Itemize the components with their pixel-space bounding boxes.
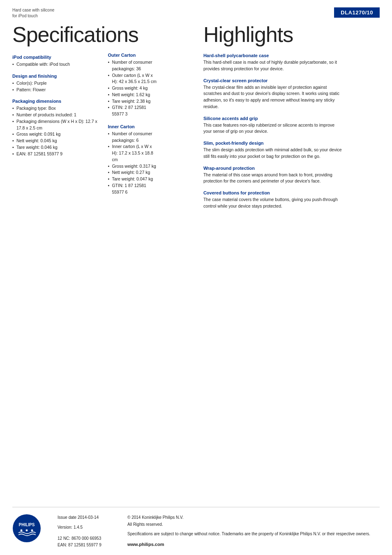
highlight-silicone: Silicone accents add grip This case feat… [203,116,343,135]
highlight-text-buttons: The case material covers the volume butt… [203,197,343,210]
ean-value: EAN: 87 12581 55977 9 [58,542,115,548]
outer-carton-section: Outer Carton Number of consumer packagin… [108,53,157,118]
list-item: Tare weight: 0.046 kg [12,144,99,151]
highlights-col: Highlights Hard-shell polycarbonate case… [203,19,343,357]
header: Hard case with silicone for iPod touch D… [0,0,392,19]
rights-text: All Rights reserved. [127,521,380,528]
ipod-compatibility-section: iPod compatibility Compatible with: iPod… [12,55,99,68]
packaging-dimensions-title: Packaging dimensions [12,99,99,104]
list-item: Nett weight: 1.62 kg [108,92,157,98]
footer-issue-date: Issue date 2014-03-14 [58,514,115,521]
list-item: Gross weight: 4 kg [108,85,157,92]
highlight-screen: Crystal-clear screen protector The cryst… [203,78,343,110]
specs-title: Specifications [12,23,99,46]
product-line1: Hard case with silicone [12,7,54,13]
inner-carton-section: Inner Carton Number of consumer packagin… [108,124,157,196]
highlight-wrap: Wrap-around protection The material of t… [203,166,343,185]
highlight-title-slim: Slim, pocket-friendly design [203,141,343,146]
packaging-dimensions-section: Packaging dimensions Packaging type: Box… [12,99,99,157]
footer-right: © 2014 Koninklijke Philips N.V. All Righ… [127,514,380,548]
product-line2: for iPod touch [12,13,54,19]
version-value: 1.4.5 [74,525,83,530]
svg-point-2 [21,530,23,532]
highlight-title-silicone: Silicone accents add grip [203,116,343,121]
highlight-text-hardshell: This hard-shell case is made out of high… [203,59,343,72]
highlight-title-wrap: Wrap-around protection [203,166,343,171]
highlight-hardshell: Hard-shell polycarbonate case This hard-… [203,53,343,72]
highlight-title-buttons: Covered buttons for protection [203,190,343,195]
list-item: Number of products included: 1 [12,112,99,118]
inner-carton-title: Inner Carton [108,124,157,129]
list-item: Packaging type: Box [12,105,99,112]
specs-left: Specifications iPod compatibility Compat… [12,19,108,357]
footer-version: Version: 1.4.5 [58,524,115,531]
list-item: GTIN: 1 87 12581 55977 6 [108,183,157,196]
outer-carton-list: Number of consumer packagings: 36 Outer … [108,59,157,118]
spacer [0,357,392,499]
highlight-slim: Slim, pocket-friendly design The slim de… [203,141,343,160]
design-list: Color(s): Purple Pattern: Flower [12,80,99,93]
list-item: Nett weight: 0.27 kg [108,169,157,176]
highlight-title-screen: Crystal-clear screen protector [203,78,343,83]
list-item: Number of consumer packagings: 6 [108,131,157,144]
svg-point-0 [13,514,41,542]
list-item: Gross weight: 0.091 kg [12,131,99,138]
packaging-dimensions-list: Packaging type: Box Number of products i… [12,105,99,157]
footer-info: Issue date 2014-03-14 Version: 1.4.5 12 … [58,514,380,548]
version-label: Version: [58,525,72,530]
design-title: Design and finishing [12,74,99,79]
list-item: Compatible with: iPod touch [12,61,99,68]
highlight-text-silicone: This case features non-slip rubberized o… [203,122,343,135]
svg-point-3 [26,530,28,532]
notice-text: Specifications are subject to change wit… [127,530,380,537]
list-item: Outer carton (L x W x H): 42 x 36.5 x 21… [108,72,157,86]
philips-logo-svg: PHILIPS [12,514,41,543]
ipod-compatibility-title: iPod compatibility [12,55,99,60]
ipod-compatibility-list: Compatible with: iPod touch [12,61,99,68]
specs-area: Specifications iPod compatibility Compat… [12,19,203,357]
footer: PHILIPS Issue date 2014-03-14 [12,507,380,555]
list-item: Nett weight: 0.045 kg [12,138,99,144]
highlight-text-screen: The crystal-clear film adds an invisible… [203,84,343,110]
list-item: Inner carton (L x W x H): 17.2 x 13.5 x … [108,143,157,163]
main-content: Specifications iPod compatibility Compat… [0,19,392,357]
issue-date-label: Issue date [58,515,76,520]
list-item: Gross weight: 0.317 kg [108,163,157,170]
svg-text:PHILIPS: PHILIPS [19,523,35,527]
philips-logo-container: PHILIPS [12,514,45,543]
list-item: Color(s): Purple [12,80,99,87]
carton-col: Outer Carton Number of consumer packagin… [108,19,161,357]
list-item: Pattern: Flower [12,87,99,93]
footer-left: Issue date 2014-03-14 Version: 1.4.5 12 … [58,514,115,548]
highlight-text-slim: The slim design adds protection with min… [203,147,343,160]
list-item: Number of consumer packagings: 36 [108,59,157,72]
svg-point-4 [31,530,33,532]
website: www.philips.com [127,541,380,548]
list-item: EAN: 87 12581 55977 9 [12,151,99,157]
list-item: Packaging dimensions (W x H x D): 12.7 x… [12,118,99,132]
list-item: GTIN: 2 87 12581 55977 3 [108,104,157,118]
outer-carton-title: Outer Carton [108,53,157,58]
product-info: Hard case with silicone for iPod touch [12,7,54,19]
issue-date-value: 2014-03-14 [78,515,99,520]
highlight-text-wrap: The material of this case wraps around f… [203,172,343,185]
copyright-text: © 2014 Koninklijke Philips N.V. [127,514,380,521]
list-item: Tare weight: 0.047 kg [108,176,157,183]
model-badge: DLA1270/10 [334,7,380,18]
inner-carton-list: Number of consumer packagings: 6 Inner c… [108,131,157,196]
highlight-title-hardshell: Hard-shell polycarbonate case [203,53,343,58]
footer-nc: 12 NC: 8670 000 66953 EAN: 87 12581 5597… [58,535,115,548]
design-section: Design and finishing Color(s): Purple Pa… [12,74,99,93]
nc-value: 12 NC: 8670 000 66953 [58,535,115,542]
page: Hard case with silicone for iPod touch D… [0,0,392,555]
highlights-title: Highlights [203,19,343,46]
highlight-buttons: Covered buttons for protection The case … [203,190,343,210]
list-item: Tare weight: 2.38 kg [108,98,157,105]
